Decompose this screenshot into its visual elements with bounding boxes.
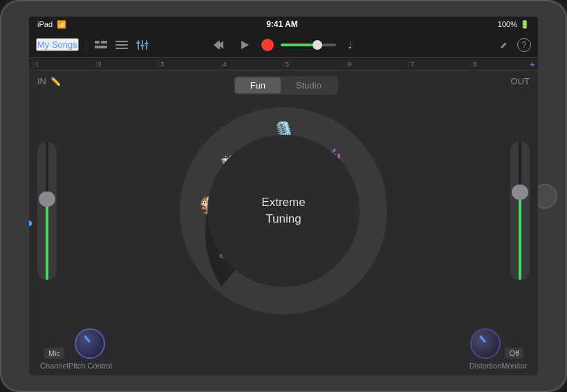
toolbar-right: ? bbox=[370, 38, 531, 52]
ruler-mark-4: 4 bbox=[221, 61, 284, 68]
segment-tabs: Fun Studio bbox=[234, 76, 338, 95]
bottom-row: Mic Channel Pitch Control Distortion bbox=[37, 328, 530, 370]
toolbar-divider-1 bbox=[86, 38, 86, 52]
add-track-button[interactable]: + bbox=[530, 59, 535, 70]
ruler-mark-2: 2 bbox=[96, 61, 159, 68]
monitor-control: Off Monitor bbox=[501, 348, 527, 370]
top-row: IN ✏️ Fun Studio OUT bbox=[37, 76, 530, 95]
wheel-container: 🛸 🎙️ 👾 🐿️ 🤖 🎤 📞 📣 bbox=[62, 100, 505, 321]
svg-rect-6 bbox=[138, 40, 139, 50]
svg-marker-15 bbox=[241, 41, 249, 49]
out-slider-fill bbox=[519, 197, 521, 280]
svg-rect-4 bbox=[115, 44, 128, 46]
timeline-ruler: 1 2 3 4 5 6 7 8 + bbox=[29, 58, 538, 71]
pitch-knob[interactable] bbox=[75, 328, 105, 359]
distortion-knob[interactable] bbox=[470, 328, 501, 359]
pencil-icon[interactable]: ✏️ bbox=[50, 77, 61, 86]
ipad-frame: iPad 📶 9:41 AM 100% 🔋 My Songs bbox=[0, 0, 567, 392]
list-icon[interactable] bbox=[114, 39, 129, 50]
pitch-control-label: Pitch Control bbox=[68, 362, 112, 370]
ruler-mark-5: 5 bbox=[284, 61, 346, 68]
in-section: IN ✏️ bbox=[37, 76, 61, 86]
distortion-label: Distortion bbox=[470, 362, 501, 370]
wrench-icon[interactable] bbox=[496, 39, 512, 50]
battery-icon: 🔋 bbox=[520, 20, 530, 29]
in-slider[interactable] bbox=[37, 142, 57, 280]
volume-thumb[interactable] bbox=[313, 40, 322, 50]
svg-rect-0 bbox=[95, 41, 100, 44]
pitch-control: Pitch Control bbox=[68, 328, 112, 370]
status-bar: iPad 📶 9:41 AM 100% 🔋 bbox=[29, 17, 538, 32]
ruler-mark-8: 8 bbox=[472, 61, 535, 68]
volume-slider[interactable] bbox=[281, 44, 336, 46]
ruler-mark-1: 1 bbox=[33, 61, 96, 68]
mixer-icon[interactable] bbox=[135, 39, 150, 50]
out-slider-thumb[interactable] bbox=[512, 185, 528, 200]
voice-wheel-inner: ExtremeTuning bbox=[207, 135, 360, 287]
out-slider-col bbox=[510, 99, 530, 323]
monitor-select[interactable]: Off bbox=[505, 348, 523, 359]
svg-rect-11 bbox=[145, 43, 149, 44]
monitor-label: Monitor bbox=[501, 362, 527, 370]
svg-rect-2 bbox=[95, 46, 107, 48]
out-slider[interactable] bbox=[510, 142, 530, 280]
help-icon[interactable]: ? bbox=[517, 38, 531, 52]
svg-rect-10 bbox=[140, 45, 145, 46]
in-slider-thumb[interactable] bbox=[39, 192, 55, 207]
wheel-center-text: ExtremeTuning bbox=[261, 194, 305, 227]
ipad-label: iPad bbox=[37, 20, 53, 28]
mic-channel-select[interactable]: Mic bbox=[44, 348, 64, 359]
svg-rect-9 bbox=[136, 42, 140, 44]
record-button[interactable] bbox=[261, 39, 274, 51]
svg-marker-12 bbox=[214, 41, 219, 49]
ruler-marks: 1 2 3 4 5 6 7 8 bbox=[33, 61, 534, 68]
wifi-icon: 📶 bbox=[57, 20, 66, 29]
arrange-icon[interactable] bbox=[93, 39, 109, 50]
mic-channel-label: Channel bbox=[40, 362, 68, 370]
toolbar-left: My Songs bbox=[36, 38, 197, 52]
ruler-mark-3: 3 bbox=[158, 61, 221, 68]
ruler-mark-6: 6 bbox=[346, 61, 409, 68]
metronome-icon[interactable]: ♩ bbox=[343, 39, 358, 50]
rewind-button[interactable] bbox=[209, 35, 228, 55]
volume-control bbox=[281, 44, 336, 46]
status-right: 100% 🔋 bbox=[498, 20, 530, 29]
ipad-screen: iPad 📶 9:41 AM 100% 🔋 My Songs bbox=[29, 17, 538, 375]
mic-channel-control: Mic Channel bbox=[40, 348, 68, 370]
toolbar-center: ♩ bbox=[203, 35, 364, 55]
in-slider-fill bbox=[46, 204, 48, 280]
out-label: OUT bbox=[511, 76, 530, 86]
status-time: 9:41 AM bbox=[266, 19, 298, 29]
battery-label: 100% bbox=[498, 20, 517, 28]
play-button[interactable] bbox=[235, 35, 254, 55]
blue-dot-indicator bbox=[29, 221, 32, 226]
svg-rect-3 bbox=[115, 41, 128, 42]
main-content: IN ✏️ Fun Studio OUT bbox=[29, 71, 538, 375]
toolbar: My Songs bbox=[29, 32, 538, 58]
svg-rect-8 bbox=[146, 40, 147, 50]
out-section: OUT bbox=[511, 76, 530, 86]
svg-rect-1 bbox=[101, 41, 107, 44]
my-songs-button[interactable]: My Songs bbox=[36, 38, 79, 51]
voice-wheel[interactable]: 🛸 🎙️ 👾 🐿️ 🤖 🎤 📞 📣 bbox=[180, 107, 387, 315]
status-left: iPad 📶 bbox=[37, 20, 66, 29]
distortion-control: Distortion bbox=[470, 328, 501, 370]
in-label: IN bbox=[37, 76, 46, 86]
main-zone: 🛸 🎙️ 👾 🐿️ 🤖 🎤 📞 📣 bbox=[37, 99, 530, 323]
tab-fun[interactable]: Fun bbox=[235, 77, 281, 93]
ruler-mark-7: 7 bbox=[409, 61, 472, 68]
in-slider-col bbox=[37, 99, 57, 323]
tab-studio[interactable]: Studio bbox=[281, 77, 337, 93]
svg-rect-5 bbox=[115, 48, 128, 49]
